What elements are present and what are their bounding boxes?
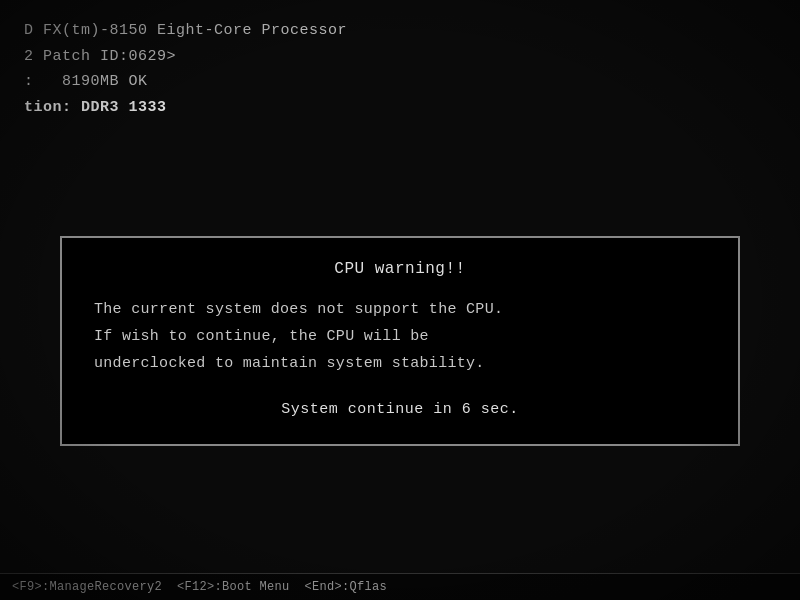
- ddr-line: tion: DDR3 1333: [24, 95, 776, 121]
- patch-line: 2 Patch ID:0629>: [24, 44, 776, 70]
- top-info-section: D FX(tm)-8150 Eight-Core Processor 2 Pat…: [0, 0, 800, 128]
- warning-body-line-1: The current system does not support the …: [94, 296, 706, 323]
- bios-screen: D FX(tm)-8150 Eight-Core Processor 2 Pat…: [0, 0, 800, 600]
- processor-line: D FX(tm)-8150 Eight-Core Processor: [24, 18, 776, 44]
- memory-line: : 8190MB OK: [24, 69, 776, 95]
- warning-body-line-3: underclocked to maintain system stabilit…: [94, 350, 706, 377]
- bottom-bar: <F9>:ManageRecovery2 <F12>:Boot Menu <En…: [0, 573, 800, 600]
- warning-body-line-2: If wish to continue, the CPU will be: [94, 323, 706, 350]
- warning-box-container: CPU warning!! The current system does no…: [0, 128, 800, 573]
- bottom-bar-text: <F9>:ManageRecovery2 <F12>:Boot Menu <En…: [12, 580, 387, 594]
- warning-title: CPU warning!!: [94, 260, 706, 278]
- warning-box: CPU warning!! The current system does no…: [60, 236, 740, 446]
- warning-body: The current system does not support the …: [94, 296, 706, 377]
- warning-countdown: System continue in 6 sec.: [94, 401, 706, 418]
